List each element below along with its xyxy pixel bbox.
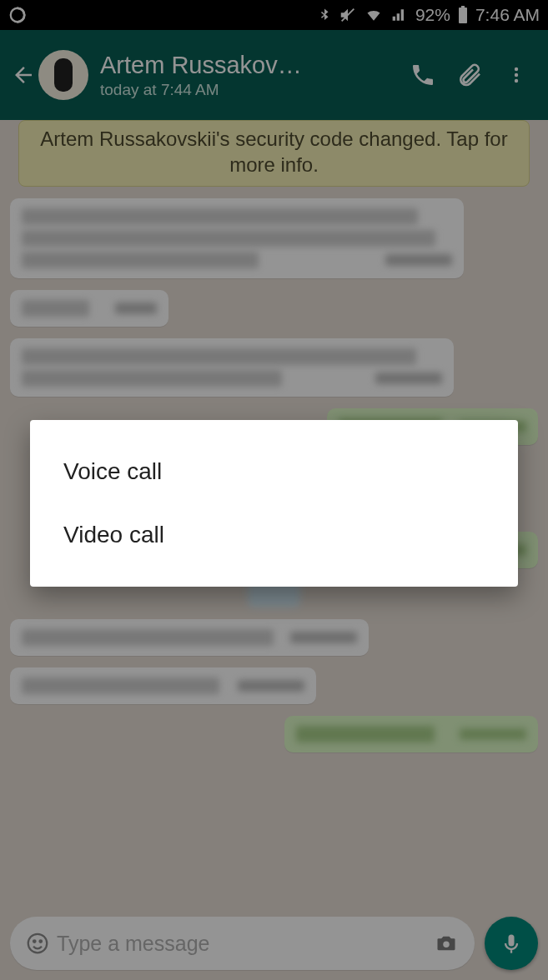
voice-call-option[interactable]: Voice call [30,440,518,503]
call-type-dialog: Voice call Video call [30,420,518,587]
video-call-option[interactable]: Video call [30,503,518,567]
